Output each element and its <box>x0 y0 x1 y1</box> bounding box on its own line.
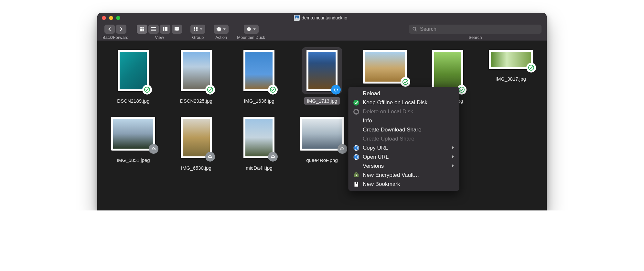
list-icon <box>151 27 156 32</box>
search-placeholder: Search <box>420 26 436 32</box>
file-thumbnail <box>181 117 212 158</box>
svg-rect-15 <box>175 27 179 30</box>
svg-rect-11 <box>151 30 156 31</box>
file-item[interactable]: IMG_6530.jpg <box>168 114 225 172</box>
menu-item-label: Reload <box>363 90 380 97</box>
file-thumbnail <box>111 117 155 151</box>
svg-rect-13 <box>165 27 166 31</box>
window-title-text: demo.mountainduck.io <box>302 15 347 20</box>
file-item[interactable]: DSCN2189.jpg <box>105 47 162 105</box>
sync-status-badge <box>268 152 278 162</box>
search-field[interactable]: Search <box>409 25 542 34</box>
submenu-arrow-icon <box>451 163 455 169</box>
menu-item[interactable]: New Encrypted Vault… <box>349 171 459 180</box>
menu-item[interactable]: Info <box>349 116 459 125</box>
file-thumbnail <box>306 50 338 91</box>
menu-item-label: Versions <box>363 163 384 169</box>
menu-item-label: Open URL <box>363 154 389 160</box>
file-thumbnail <box>243 117 274 158</box>
svg-rect-10 <box>151 29 156 29</box>
file-thumbnail <box>489 50 533 69</box>
sync-status-badge <box>205 152 215 162</box>
file-name: DSCN2189.jpg <box>114 97 152 105</box>
sync-status-badge <box>338 144 347 154</box>
gear-icon <box>216 27 221 32</box>
group-label: Group <box>192 35 204 40</box>
action-button[interactable] <box>214 25 229 34</box>
file-item[interactable]: DSCN2925.jpg <box>168 47 225 105</box>
columns-icon <box>163 27 168 32</box>
duck-icon <box>246 27 252 32</box>
mountainduck-button[interactable] <box>244 25 259 34</box>
menu-item: Delete on Local Disk <box>349 107 459 116</box>
file-name: IMG_3817.jpg <box>493 75 529 83</box>
file-thumbnail <box>181 50 212 91</box>
mountainduck-label: Mountain Duck <box>237 35 265 40</box>
sync-status-badge <box>331 85 341 95</box>
chevron-down-icon <box>253 28 256 31</box>
svg-rect-19 <box>178 30 179 31</box>
gallery-view-button[interactable] <box>172 25 182 34</box>
finder-window: a demo.mountainduck.io Back/Forward <box>97 13 547 210</box>
svg-rect-23 <box>196 29 198 31</box>
file-name: mieDa4li.jpg <box>243 164 275 172</box>
list-view-button[interactable] <box>148 25 159 34</box>
menu-item[interactable]: Open URL <box>349 152 459 162</box>
view-group: View <box>137 25 182 40</box>
file-grid-area: DSCN2189.jpg DSCN2925.jpg IMG_1636.jpg I… <box>97 41 547 178</box>
chevron-right-icon <box>119 27 124 32</box>
check-icon <box>353 99 360 106</box>
menu-item[interactable]: New Bookmark <box>349 180 459 189</box>
group-button[interactable] <box>190 25 205 34</box>
svg-rect-0 <box>140 27 141 28</box>
svg-rect-8 <box>143 30 144 31</box>
window-title: a demo.mountainduck.io <box>99 15 542 21</box>
submenu-arrow-icon <box>451 145 455 151</box>
file-name: IMG_6530.jpg <box>178 164 214 172</box>
menu-item-label: Delete on Local Disk <box>363 108 413 115</box>
file-item[interactable]: IMG_1713.jpg <box>294 47 350 105</box>
svg-rect-7 <box>141 30 143 31</box>
file-name: quee4RoF.png <box>304 156 340 164</box>
menu-item-label: New Encrypted Vault… <box>363 172 419 178</box>
menu-item[interactable]: Versions <box>349 162 459 171</box>
file-name: IMG_1713.jpg <box>304 97 340 105</box>
sync-status-badge <box>205 85 215 95</box>
file-item[interactable]: mieDa4li.jpg <box>231 114 287 172</box>
globe-icon <box>353 145 360 151</box>
gallery-icon <box>174 27 179 32</box>
svg-rect-14 <box>166 27 167 31</box>
sync-status-badge <box>142 85 152 95</box>
back-button[interactable] <box>104 25 115 34</box>
file-thumbnail <box>300 117 344 151</box>
view-label: View <box>155 35 164 40</box>
chevron-down-icon <box>223 28 226 31</box>
svg-rect-3 <box>140 28 141 30</box>
file-item[interactable]: IMG_3817.jpg <box>482 47 539 105</box>
chevron-left-icon <box>107 27 112 32</box>
file-item[interactable]: IMG_1636.jpg <box>231 47 287 105</box>
action-group: Action <box>214 25 229 40</box>
menu-item-label: Create Upload Share <box>363 136 414 142</box>
svg-rect-17 <box>176 30 177 31</box>
menu-item[interactable]: Create Download Share <box>349 125 459 134</box>
file-item[interactable]: IMG_5851.jpeg <box>105 114 162 172</box>
menu-item[interactable]: Copy URL <box>349 143 459 152</box>
file-thumbnail <box>432 50 463 91</box>
volume-icon: a <box>294 15 300 21</box>
file-item[interactable]: quee4RoF.png <box>294 114 350 172</box>
icon-view-button[interactable] <box>137 25 147 34</box>
forward-button[interactable] <box>116 25 126 34</box>
file-grid: DSCN2189.jpg DSCN2925.jpg IMG_1636.jpg I… <box>105 47 539 172</box>
chevron-down-icon <box>199 28 203 31</box>
svg-point-24 <box>247 27 251 31</box>
column-view-button[interactable] <box>160 25 170 34</box>
menu-item[interactable]: Reload <box>349 89 459 98</box>
back-forward-group: Back/Forward <box>102 25 128 40</box>
svg-rect-21 <box>196 27 198 29</box>
bookmark-icon <box>353 181 360 187</box>
sync-status-badge <box>149 144 158 154</box>
svg-rect-1 <box>141 27 143 28</box>
svg-rect-22 <box>194 29 195 31</box>
menu-item[interactable]: Keep Offline on Local Disk <box>349 98 459 107</box>
